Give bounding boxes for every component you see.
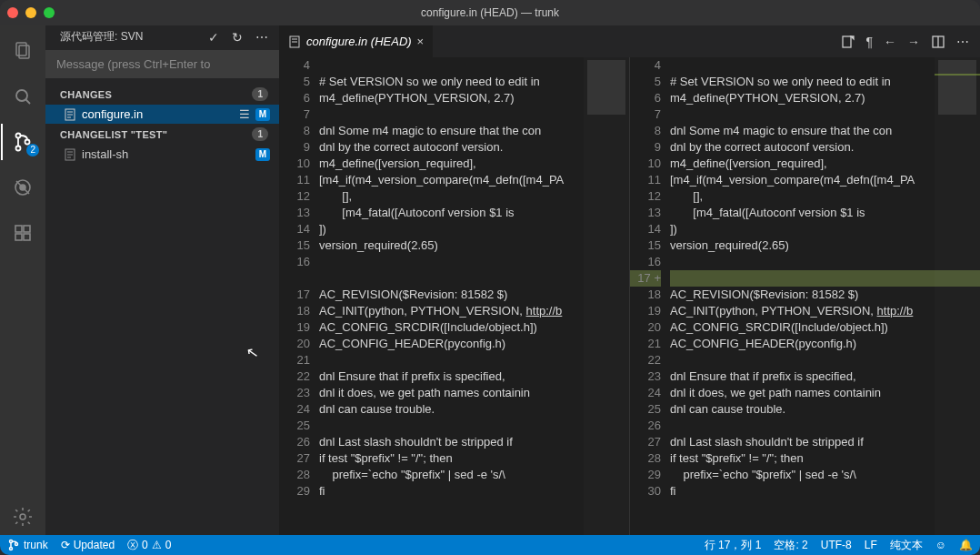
search-icon[interactable] <box>1 78 45 115</box>
code-line[interactable]: # Set VERSION so we only need to edit in <box>670 74 980 90</box>
language-mode[interactable]: 纯文本 <box>890 538 923 553</box>
maximize-window-button[interactable] <box>44 7 55 18</box>
source-control-icon[interactable]: 2 <box>1 124 45 160</box>
diff-pane-left[interactable]: 4567891011121314151617181920212223242526… <box>279 57 629 535</box>
diff-pane-right[interactable]: 4567891011121314151617 +1819202122232425… <box>630 57 980 535</box>
code-line[interactable]: AC_REVISION($Revision: 81582 $) <box>319 287 629 303</box>
code-line[interactable]: fi <box>319 483 629 500</box>
file-item-configure[interactable]: configure.in ☰ M <box>45 105 279 124</box>
code-line[interactable]: AC_CONFIG_SRCDIR([Include/object.h]) <box>319 319 629 336</box>
code-line[interactable]: [], <box>670 188 980 205</box>
more-editor-actions-icon[interactable]: ⋯ <box>956 35 969 49</box>
code-line[interactable]: dnl can cause trouble. <box>670 401 980 418</box>
code-line[interactable] <box>319 106 629 123</box>
feedback-icon[interactable]: ☺ <box>935 539 946 551</box>
code-line[interactable]: m4_define(PYTHON_VERSION, 2.7) <box>319 90 629 106</box>
indentation[interactable]: 空格: 2 <box>774 538 807 553</box>
notifications-icon[interactable]: 🔔 <box>959 539 973 551</box>
code-line[interactable]: AC_CONFIG_SRCDIR([Include/object.h]) <box>670 319 980 336</box>
changelist-section[interactable]: CHANGELIST "TEST" 1 <box>45 124 279 145</box>
code-line[interactable]: # Set VERSION so we only need to edit in <box>319 74 629 90</box>
code-line[interactable]: dnl Last slash shouldn't be stripped if <box>670 434 980 450</box>
code-line[interactable] <box>670 254 980 270</box>
code-line[interactable]: if test "$prefix" != "/"; then <box>670 450 980 467</box>
minimize-window-button[interactable] <box>25 7 36 18</box>
minimap-left[interactable] <box>584 57 629 535</box>
code-line[interactable]: ]) <box>319 221 629 237</box>
code-line[interactable] <box>319 270 629 287</box>
code-line[interactable]: dnl Ensure that if prefix is specified, <box>670 368 980 385</box>
next-change-icon[interactable]: → <box>907 35 920 49</box>
code-line[interactable] <box>670 418 980 434</box>
eol[interactable]: LF <box>865 539 877 551</box>
changes-section[interactable]: CHANGES 1 <box>45 84 279 105</box>
close-tab-icon[interactable]: × <box>417 35 425 48</box>
line-number: 12 <box>630 188 661 205</box>
code-line[interactable]: version_required(2.65) <box>319 237 629 254</box>
code-line[interactable]: dnl Last slash shouldn't be stripped if <box>319 434 629 450</box>
code-line[interactable] <box>319 254 629 270</box>
changelist-icon[interactable]: ☰ <box>239 107 250 121</box>
commit-message-input[interactable]: Message (press Ctrl+Enter to <box>45 50 279 78</box>
minimap-right[interactable] <box>935 57 980 535</box>
prev-change-icon[interactable]: ← <box>884 35 896 49</box>
encoding[interactable]: UTF-8 <box>821 539 852 551</box>
cursor-position[interactable]: 行 17，列 1 <box>705 538 762 553</box>
explorer-icon[interactable] <box>1 33 45 69</box>
code-line[interactable]: dnl by the correct autoconf version. <box>670 139 980 156</box>
code-line[interactable] <box>670 57 980 74</box>
code-line[interactable]: [m4_if(m4_version_compare(m4_defn([m4_PA <box>670 172 980 188</box>
split-editor-icon[interactable] <box>931 35 945 49</box>
extensions-icon[interactable] <box>1 215 45 251</box>
code-line[interactable]: ]) <box>670 221 980 237</box>
goto-file-icon[interactable] <box>840 35 855 49</box>
code-line[interactable]: dnl it does, we get path names containin <box>319 385 629 401</box>
code-line[interactable] <box>670 106 980 123</box>
line-number: 23 <box>630 368 661 385</box>
code-line[interactable]: m4_define(PYTHON_VERSION, 2.7) <box>670 90 980 106</box>
code-line[interactable]: if test "$prefix" != "/"; then <box>319 450 629 467</box>
code-line[interactable]: AC_CONFIG_HEADER(pyconfig.h) <box>670 336 980 352</box>
branch-indicator[interactable]: trunk <box>7 539 48 551</box>
code-line[interactable]: AC_CONFIG_HEADER(pyconfig.h) <box>319 336 629 352</box>
problems-indicator[interactable]: ⓧ0 ⚠0 <box>127 538 171 553</box>
line-number: 30 <box>630 483 661 500</box>
code-line[interactable]: prefix=`echo "$prefix" | sed -e 's/\ <box>670 467 980 483</box>
code-line[interactable]: AC_REVISION($Revision: 81582 $) <box>670 287 980 303</box>
settings-gear-icon[interactable] <box>1 499 45 535</box>
whitespace-icon[interactable]: ¶ <box>865 35 873 49</box>
code-line[interactable]: dnl it does, we get path names containin <box>670 385 980 401</box>
code-line[interactable]: [m4_if(m4_version_compare(m4_defn([m4_PA <box>319 172 629 188</box>
code-line[interactable] <box>670 270 980 287</box>
tab-configure-head[interactable]: configure.in (HEAD) × <box>279 25 434 57</box>
code-line[interactable]: dnl Ensure that if prefix is specified, <box>319 368 629 385</box>
code-line[interactable]: dnl by the correct autoconf version. <box>319 139 629 156</box>
code-line[interactable] <box>319 352 629 368</box>
line-number: 24 <box>630 385 661 401</box>
code-line[interactable]: [m4_fatal([Autoconf version $1 is <box>319 205 629 221</box>
sync-status[interactable]: ⟳Updated <box>61 539 115 551</box>
code-line[interactable] <box>319 418 629 434</box>
code-line[interactable] <box>319 57 629 74</box>
code-line[interactable]: version_required(2.65) <box>670 237 980 254</box>
code-line[interactable]: prefix=`echo "$prefix" | sed -e 's/\ <box>319 467 629 483</box>
code-line[interactable]: fi <box>670 483 980 500</box>
code-line[interactable]: dnl Some m4 magic to ensure that the con <box>319 123 629 139</box>
debug-icon[interactable] <box>1 169 45 206</box>
code-line[interactable]: m4_define([version_required], <box>319 156 629 172</box>
more-actions-icon[interactable]: ⋯ <box>255 30 268 45</box>
code-line[interactable]: m4_define([version_required], <box>670 156 980 172</box>
status-bar: trunk ⟳Updated ⓧ0 ⚠0 行 17，列 1 空格: 2 UTF-… <box>0 535 980 555</box>
code-line[interactable]: dnl Some m4 magic to ensure that the con <box>670 123 980 139</box>
code-line[interactable]: dnl can cause trouble. <box>319 401 629 418</box>
refresh-icon[interactable]: ↻ <box>232 30 243 45</box>
code-line[interactable]: [], <box>319 188 629 205</box>
code-line[interactable]: AC_INIT(python, PYTHON_VERSION, http://b <box>670 303 980 319</box>
file-item-install-sh[interactable]: install-sh M <box>45 145 279 164</box>
line-number: 7 <box>630 106 661 123</box>
close-window-button[interactable] <box>7 7 18 18</box>
commit-icon[interactable]: ✓ <box>208 30 219 45</box>
code-line[interactable] <box>670 352 980 368</box>
code-line[interactable]: [m4_fatal([Autoconf version $1 is <box>670 205 980 221</box>
code-line[interactable]: AC_INIT(python, PYTHON_VERSION, http://b <box>319 303 629 319</box>
